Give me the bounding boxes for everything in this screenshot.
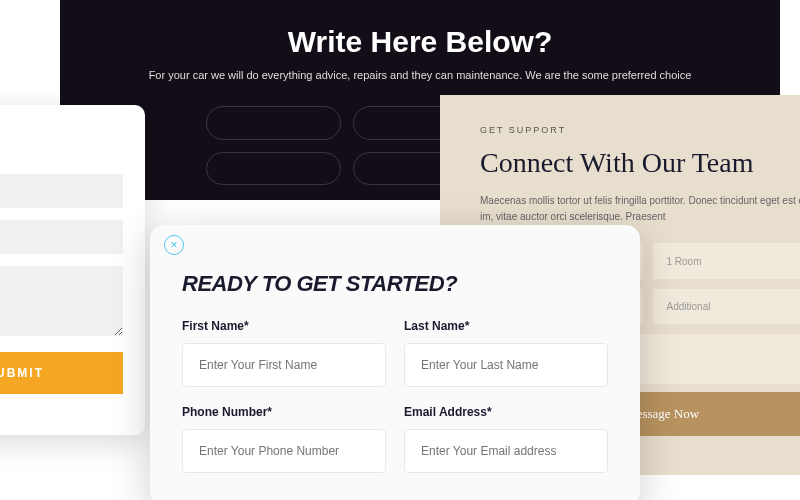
form3-room-select[interactable]: 1 Room bbox=[653, 243, 801, 279]
form4-heading: READY TO GET STARTED? bbox=[182, 271, 608, 297]
close-button[interactable]: × bbox=[164, 235, 184, 255]
form2-name-input[interactable] bbox=[0, 174, 123, 208]
email-label: Email Address* bbox=[404, 405, 608, 419]
form2-mail-input[interactable] bbox=[0, 220, 123, 254]
form2-heading: us! bbox=[0, 123, 123, 154]
form2-message-input[interactable] bbox=[0, 266, 123, 336]
form3-eyebrow: GET SUPPORT bbox=[480, 125, 800, 135]
form3-heading: Connect With Our Team bbox=[480, 147, 800, 179]
email-input[interactable] bbox=[404, 429, 608, 473]
close-icon: × bbox=[170, 238, 177, 252]
form1-input-a[interactable] bbox=[206, 106, 341, 140]
form-contact-us: us! SUBMIT bbox=[0, 105, 145, 435]
form3-description: Maecenas mollis tortor ut felis fringill… bbox=[480, 193, 800, 225]
form4-row-2: Phone Number* Email Address* bbox=[182, 405, 608, 473]
form1-subtext: For your car we will do everything advic… bbox=[90, 69, 750, 81]
first-name-label: First Name* bbox=[182, 319, 386, 333]
form3-additional-input[interactable]: Additional bbox=[653, 289, 801, 324]
form4-row-1: First Name* Last Name* bbox=[182, 319, 608, 387]
form1-heading: Write Here Below? bbox=[90, 25, 750, 59]
first-name-input[interactable] bbox=[182, 343, 386, 387]
phone-input[interactable] bbox=[182, 429, 386, 473]
form1-input-c[interactable] bbox=[206, 152, 341, 185]
last-name-input[interactable] bbox=[404, 343, 608, 387]
form-get-started-modal: × READY TO GET STARTED? First Name* Last… bbox=[150, 225, 640, 500]
phone-label: Phone Number* bbox=[182, 405, 386, 419]
last-name-label: Last Name* bbox=[404, 319, 608, 333]
form2-submit-button[interactable]: SUBMIT bbox=[0, 352, 123, 394]
